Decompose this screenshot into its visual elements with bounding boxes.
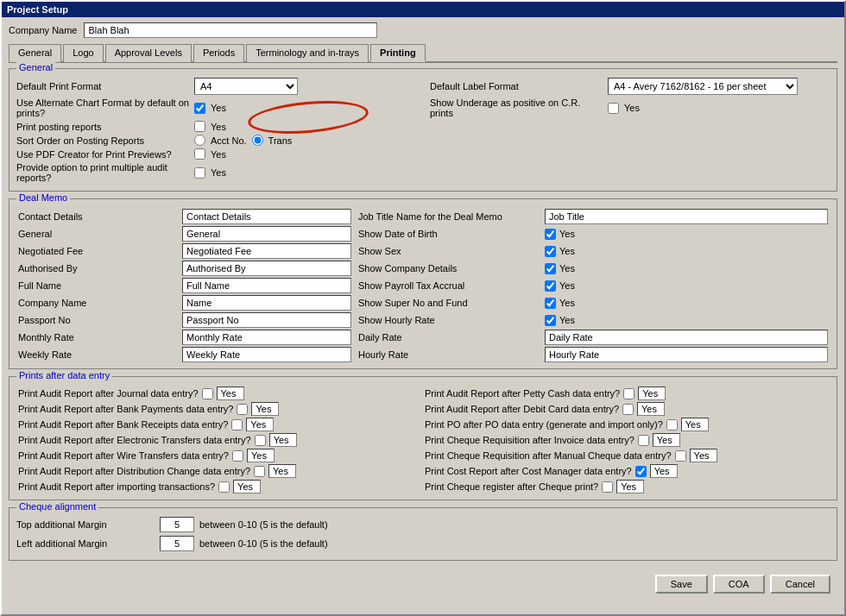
deal-right-checkbox-label: Yes bbox=[559, 280, 575, 291]
deal-right-checkbox-label: Yes bbox=[559, 263, 575, 273]
print-left-label: Print Audit Report after Bank Receipts d… bbox=[18, 419, 228, 430]
deal-left-input-cell bbox=[180, 294, 353, 311]
print-left-checkbox[interactable] bbox=[237, 404, 248, 415]
tab-terminology[interactable]: Terminology and in-trays bbox=[246, 44, 369, 62]
print-left-checkbox[interactable] bbox=[255, 435, 266, 446]
cancel-button[interactable]: Cancel bbox=[770, 575, 830, 594]
coa-button[interactable]: COA bbox=[713, 575, 765, 594]
deal-right-input[interactable] bbox=[545, 330, 828, 345]
print-multiple-checkbox[interactable] bbox=[194, 167, 205, 179]
deal-right-value-cell bbox=[543, 208, 830, 225]
alt-chart-text: Yes bbox=[211, 103, 226, 113]
default-label-format-select[interactable]: A4 - Avery 7162/8162 - 16 per sheet bbox=[608, 78, 798, 95]
left-margin-input[interactable] bbox=[160, 536, 194, 551]
deal-left-input[interactable] bbox=[182, 243, 351, 259]
left-margin-row: Left additional Margin between 0-10 (5 i… bbox=[16, 536, 830, 551]
deal-left-input-cell bbox=[180, 311, 353, 329]
tab-periods[interactable]: Periods bbox=[193, 44, 244, 62]
deal-left-input[interactable] bbox=[182, 209, 351, 224]
deal-left-input-cell bbox=[180, 225, 353, 242]
print-right-label: Print Cheque Requisition after Invoice d… bbox=[425, 435, 634, 445]
deal-right-value-cell: Yes bbox=[543, 260, 830, 277]
print-right-yes: Yes bbox=[681, 418, 709, 431]
print-left-checkbox[interactable] bbox=[231, 419, 243, 431]
print-left-yes: Yes bbox=[251, 402, 279, 416]
deal-right-checkbox[interactable] bbox=[545, 246, 556, 257]
deal-left-input[interactable] bbox=[182, 261, 351, 276]
print-right-yes: Yes bbox=[650, 464, 678, 478]
deal-right-input[interactable] bbox=[545, 347, 828, 362]
print-row: Print Audit Report after Bank Receipts d… bbox=[16, 417, 830, 432]
deal-right-value-cell bbox=[543, 346, 830, 363]
print-right-label: Print Cheque Requisition after Manual Ch… bbox=[425, 450, 672, 461]
print-right-checkbox[interactable] bbox=[638, 435, 649, 446]
tab-general[interactable]: General bbox=[9, 44, 61, 62]
alt-chart-row: Use Alternate Chart Format by default on… bbox=[16, 97, 416, 118]
save-button[interactable]: Save bbox=[655, 575, 708, 594]
use-pdf-text: Yes bbox=[211, 149, 226, 160]
deal-right-checkbox[interactable] bbox=[545, 298, 556, 309]
tab-printing[interactable]: Printing bbox=[370, 44, 426, 62]
deal-right-checkbox[interactable] bbox=[545, 263, 556, 274]
window-title: Project Setup bbox=[7, 4, 68, 15]
print-right-checkbox[interactable] bbox=[623, 388, 634, 399]
default-print-format-select[interactable]: A4 bbox=[194, 78, 298, 95]
alt-chart-checkbox[interactable] bbox=[194, 103, 205, 114]
default-label-format-row: Default Label Format A4 - Avery 7162/816… bbox=[430, 78, 830, 95]
print-left-checkbox[interactable] bbox=[232, 450, 243, 462]
deal-left-input[interactable] bbox=[182, 330, 351, 345]
deal-memo-row: Negotiated FeeShow SexYes bbox=[16, 242, 830, 260]
show-underage-label: Show Underage as positive on C.R. prints bbox=[430, 97, 603, 118]
print-right-label: Print Cheque register after Cheque print… bbox=[425, 481, 598, 492]
use-pdf-checkbox[interactable] bbox=[194, 148, 205, 160]
deal-left-input[interactable] bbox=[182, 278, 351, 293]
deal-left-input-cell bbox=[180, 346, 353, 363]
print-row: Print Audit Report after Electronic Tran… bbox=[16, 432, 830, 448]
show-underage-row: Show Underage as positive on C.R. prints… bbox=[430, 97, 830, 118]
deal-right-checkbox[interactable] bbox=[545, 315, 556, 326]
print-right-checkbox[interactable] bbox=[622, 404, 634, 415]
print-right-checkbox[interactable] bbox=[675, 450, 686, 462]
tab-logo[interactable]: Logo bbox=[63, 44, 103, 62]
deal-left-input[interactable] bbox=[182, 312, 351, 328]
print-row: Print Audit Report after Bank Payments d… bbox=[16, 401, 830, 417]
print-left-label: Print Audit Report after importing trans… bbox=[18, 481, 215, 492]
print-posting-row: Print posting reports Yes bbox=[16, 121, 416, 132]
print-right-yes: Yes bbox=[616, 480, 644, 493]
deal-right-value-cell bbox=[543, 329, 830, 346]
print-posting-label: Print posting reports bbox=[16, 122, 189, 132]
sort-trans-radio[interactable] bbox=[252, 135, 263, 146]
deal-left-input[interactable] bbox=[182, 295, 351, 311]
deal-left-label: Company Name bbox=[16, 294, 180, 311]
print-left-checkbox[interactable] bbox=[218, 481, 230, 493]
top-margin-input[interactable] bbox=[160, 517, 194, 532]
print-right-checkbox[interactable] bbox=[666, 419, 678, 431]
deal-right-label: Show Date of Birth bbox=[353, 225, 543, 242]
print-left-label: Print Audit Report after Wire Transfers … bbox=[18, 450, 229, 461]
deal-right-label: Job Title Name for the Deal Memo bbox=[353, 208, 543, 225]
show-underage-checkbox[interactable] bbox=[608, 103, 619, 114]
company-name-input[interactable] bbox=[84, 22, 377, 38]
deal-memo-row: Weekly RateHourly Rate bbox=[16, 346, 830, 363]
sort-trans-label: Trans bbox=[268, 135, 293, 146]
deal-left-input[interactable] bbox=[182, 226, 351, 242]
deal-left-input[interactable] bbox=[182, 347, 351, 362]
deal-memo-title: Deal Memo bbox=[16, 192, 70, 203]
print-left-checkbox[interactable] bbox=[254, 466, 265, 477]
general-section: General Default Print Format A4 Use Alte… bbox=[9, 68, 837, 192]
print-posting-checkbox[interactable] bbox=[194, 121, 205, 132]
print-right-label: Print PO after PO data entry (generate a… bbox=[425, 419, 663, 430]
print-row: Print Audit Report after Distribution Ch… bbox=[16, 463, 830, 479]
tab-approval-levels[interactable]: Approval Levels bbox=[105, 44, 192, 62]
sort-acct-radio[interactable] bbox=[194, 135, 205, 146]
deal-right-checkbox[interactable] bbox=[545, 229, 556, 240]
deal-right-input[interactable] bbox=[545, 209, 828, 224]
print-right-checkbox[interactable] bbox=[602, 481, 613, 493]
deal-left-label: Contact Details bbox=[16, 208, 180, 225]
print-left-yes: Yes bbox=[246, 418, 274, 431]
deal-memo-row: Passport NoShow Hourly RateYes bbox=[16, 311, 830, 329]
print-left-checkbox[interactable] bbox=[202, 388, 213, 399]
print-right-checkbox[interactable] bbox=[635, 466, 647, 477]
deal-right-label: Show Payroll Tax Accrual bbox=[353, 277, 543, 294]
deal-right-checkbox[interactable] bbox=[545, 280, 556, 292]
